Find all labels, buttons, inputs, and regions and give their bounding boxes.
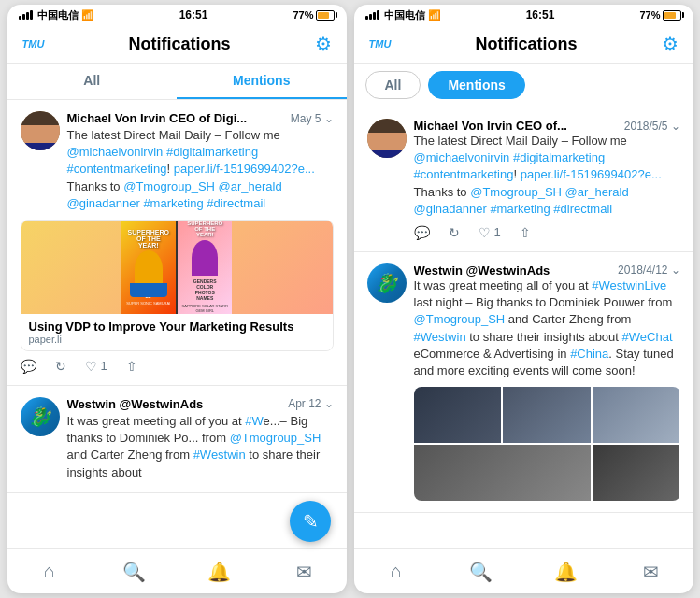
hero-figure-left (135, 250, 163, 288)
notif-name-row-2: Westwin @WestwinAds Apr 12 ⌄ (67, 397, 334, 411)
reply-icon-r1: 💬 (414, 225, 430, 240)
image-card-1[interactable]: SUPERHEROOF THEYEAR! JD SUPER SONIC SAMU… (21, 220, 334, 351)
chevron-r2: ⌄ (671, 263, 680, 277)
superhero-right: SUPERHEROOF THEYEAR! GENDERSCOLORPHOTOSN… (178, 221, 232, 314)
gear-icon-right[interactable]: ⚙ (662, 33, 679, 55)
signal-bar-2 (22, 14, 25, 20)
link-r-tmo[interactable]: @Tmogroup_SH (470, 185, 562, 199)
signal-bar-r3 (373, 12, 376, 20)
pill-mentions-right[interactable]: Mentions (428, 71, 524, 99)
link-tag-content[interactable]: #contentmarketing (67, 162, 167, 176)
pill-all-right[interactable]: All (365, 71, 421, 99)
link-tag-digital[interactable]: #digitalmarketing (166, 145, 258, 159)
chevron-icon-2: ⌄ (324, 397, 334, 410)
link-marketing-1[interactable]: #marketing (143, 196, 203, 210)
link-r-westwinlive[interactable]: #WestwinLive (592, 278, 666, 292)
notif-content-1: Michael Von Irvin CEO of Digi... May 5 ⌄… (67, 111, 334, 212)
chevron-icon-1: ⌄ (324, 112, 334, 125)
right-name-row-2: Westwin @WestwinAds 2018/4/12 ⌄ (414, 263, 680, 278)
link-r-china[interactable]: #China (570, 347, 608, 361)
right-content-2: Westwin @WestwinAds 2018/4/12 ⌄ It was g… (414, 263, 680, 501)
like-button-1[interactable]: ♡ 1 (85, 359, 107, 374)
share-button-r1[interactable]: ⇧ (520, 225, 531, 240)
right-text-1: The latest Direct Mail Daily – Follow me… (414, 133, 680, 218)
bottom-nav-notifications-left[interactable]: 🔔 (177, 557, 262, 586)
link-r-tmo2[interactable]: @Tmogroup_SH (414, 312, 506, 326)
avatar-michael-right (367, 119, 407, 158)
tab-all-left[interactable]: All (7, 64, 178, 99)
link-handle-1[interactable]: @michaelvonirvin (67, 145, 164, 159)
bottom-nav-home-right[interactable]: ⌂ (354, 557, 439, 586)
link-r-gina[interactable]: @ginadanner (414, 202, 487, 216)
retweet-button-1[interactable]: ↻ (55, 359, 66, 374)
card-desc-1: Using VDP to Improve Your Marketing Resu… (21, 314, 333, 350)
status-bar-right: 中国电信 📶 16:51 77% (354, 5, 693, 25)
signal-bar-r4 (377, 10, 379, 20)
signal-bar-1 (19, 16, 21, 20)
right-content-1: Michael Von Irvin CEO of... 2018/5/5 ⌄ T… (414, 119, 680, 240)
hero-labels: GENDERSCOLORPHOTOSNAMES (193, 278, 217, 301)
notifications-list-left: Michael Von Irvin CEO of Digi... May 5 ⌄… (7, 100, 347, 548)
time-left: 16:51 (179, 8, 208, 21)
reply-button-1[interactable]: 💬 (21, 359, 36, 374)
bottom-nav-search-left[interactable]: 🔍 (92, 557, 177, 586)
heart-icon-1: ♡ (85, 359, 97, 374)
battery-fill-right (664, 12, 676, 19)
avatar-westwin-left: 🐉 (21, 397, 60, 436)
link-directmail-1[interactable]: #directmail (207, 196, 265, 210)
link-r-wechat[interactable]: #WeChat (622, 330, 673, 344)
link-gina[interactable]: @ginadanner (67, 196, 140, 210)
link-r-arherald[interactable]: @ar_herald (565, 185, 629, 199)
gear-icon-left[interactable]: ⚙ (315, 33, 332, 55)
notif-content-2: Westwin @WestwinAds Apr 12 ⌄ It was grea… (67, 397, 334, 481)
like-button-r1[interactable]: ♡ 1 (479, 225, 501, 240)
search-icon-left: 🔍 (122, 561, 146, 583)
like-count-r1: 1 (494, 225, 501, 239)
bottom-nav-mail-right[interactable]: ✉ (608, 557, 693, 586)
card-image-1: SUPERHEROOF THEYEAR! JD SUPER SONIC SAMU… (21, 221, 333, 314)
signal-bar-3 (26, 12, 29, 20)
right-notif-header-1: Michael Von Irvin CEO of... 2018/5/5 ⌄ T… (367, 119, 680, 240)
status-bar-left: 中国电信 📶 16:51 77% (7, 5, 347, 25)
card-title-1: Using VDP to Improve Your Marketing Resu… (29, 320, 325, 334)
bottom-nav-home-left[interactable]: ⌂ (7, 557, 93, 586)
link-ar-herald[interactable]: @ar_herald (219, 179, 282, 193)
bottom-nav-mail-left[interactable]: ✉ (262, 557, 347, 586)
westwin-logo-inner-r: 🐉 (367, 263, 407, 303)
share-icon-1: ⇧ (126, 359, 137, 374)
link-r-handle[interactable]: @michaelvonirvin (414, 150, 510, 164)
bottom-nav-notifications-right[interactable]: 🔔 (523, 557, 608, 586)
link-r-directmail[interactable]: #directmail (553, 202, 612, 216)
wifi-icon-left: 📶 (81, 9, 94, 21)
battery-percent-left: 77% (293, 9, 313, 21)
link-westwinlive[interactable]: #W (245, 414, 263, 428)
link-r-paperli[interactable]: paper.li/f-1519699402?e... (521, 167, 662, 181)
hero-name-right: SAPPHIRE SOLAR STARR GEM GIRL (178, 304, 232, 313)
superhero-left: SUPERHEROOF THEYEAR! JD SUPER SONIC SAMU… (121, 221, 176, 314)
reply-button-r1[interactable]: 💬 (414, 225, 430, 240)
battery-icon-right (663, 10, 681, 21)
link-r-content[interactable]: #contentmarketing (414, 167, 514, 181)
avatar-michael-left (21, 111, 60, 150)
link-westwin-2[interactable]: #Westwin (193, 448, 246, 462)
tab-mentions-left[interactable]: Mentions (177, 64, 347, 99)
mail-icon-left: ✉ (296, 561, 312, 583)
link-r-digital[interactable]: #digitalmarketing (513, 150, 605, 164)
link-paperli-1[interactable]: paper.li/f-1519699402?e... (174, 162, 315, 176)
link-r-westwin[interactable]: #Westwin (414, 330, 466, 344)
nav-bar-right: TMU Notifications ⚙ (354, 25, 693, 64)
link-tmogroup-2[interactable]: @Tmogroup_SH (230, 431, 321, 445)
share-button-1[interactable]: ⇧ (126, 359, 137, 374)
retweet-button-r1[interactable]: ↻ (449, 225, 460, 240)
signal-bar-r1 (365, 16, 368, 20)
notification-item-1-left: Michael Von Irvin CEO of Digi... May 5 ⌄… (7, 100, 347, 386)
right-name-2: Westwin @WestwinAds (414, 263, 550, 278)
status-right-right: 77% (639, 9, 681, 21)
link-r-marketing[interactable]: #marketing (490, 202, 550, 216)
notification-item-2-right: 🐉 Westwin @WestwinAds 2018/4/12 ⌄ I (354, 252, 693, 513)
compose-fab[interactable]: ✎ (290, 501, 331, 542)
bottom-nav-search-right[interactable]: 🔍 (438, 557, 523, 586)
superhero-title-right: SUPERHEROOF THEYEAR! (187, 221, 222, 237)
notif-date-2: Apr 12 ⌄ (288, 397, 333, 410)
link-tmogroup-1[interactable]: @Tmogroup_SH (123, 179, 215, 193)
